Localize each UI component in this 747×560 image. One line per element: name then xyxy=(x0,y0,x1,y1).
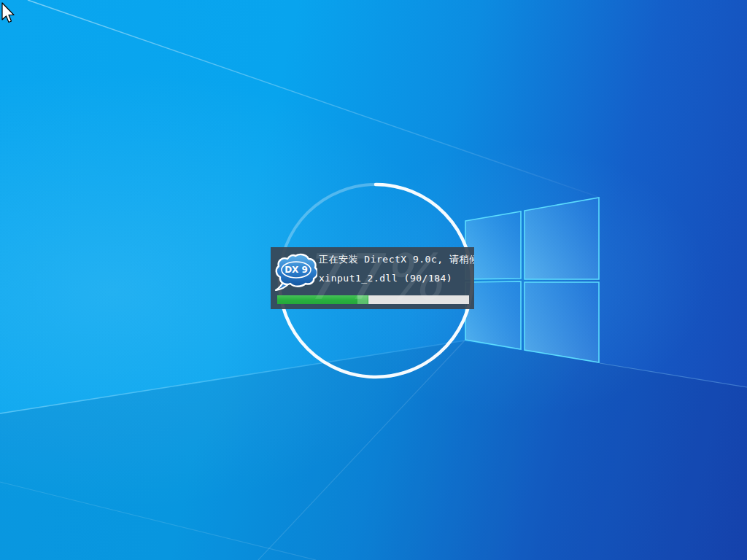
dx9-label: DX 9 xyxy=(285,265,308,275)
mouse-cursor-icon xyxy=(0,0,23,26)
desktop: 77% DX 9 正在安装 DirectX 9.0c, 请稍候... xinpu… xyxy=(0,0,747,560)
windows-logo xyxy=(465,198,599,362)
dx9-cloud: DX 9 xyxy=(276,254,317,290)
windows-logo-pane-bottomright xyxy=(525,282,599,362)
windows-logo-pane-topright xyxy=(525,198,599,279)
progress-fill xyxy=(277,295,368,304)
install-file-status: xinput1_2.dll (90/184) xyxy=(319,273,452,284)
install-status-title: 正在安装 DirectX 9.0c, 请稍候... xyxy=(319,253,474,266)
progress-bar xyxy=(277,295,469,304)
installer-toast: 77% DX 9 正在安装 DirectX 9.0c, 请稍候... xinpu… xyxy=(271,247,474,309)
dx9-logo: DX 9 xyxy=(274,252,317,291)
light-beam xyxy=(28,0,598,197)
floor-shade xyxy=(0,341,747,560)
progress-pulse xyxy=(357,295,368,304)
